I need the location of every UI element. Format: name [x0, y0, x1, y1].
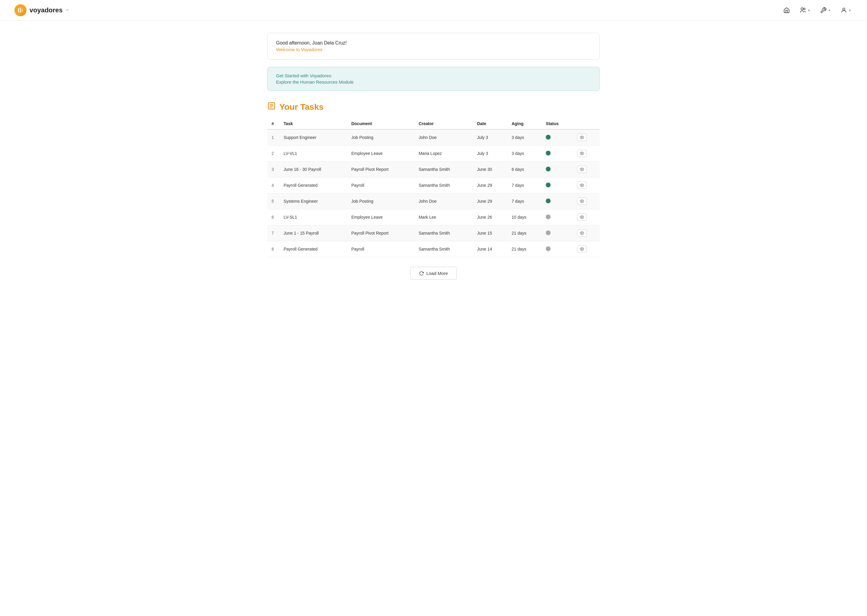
col-header-status: Status: [542, 118, 573, 129]
cell-action: [573, 178, 600, 193]
svg-point-15: [582, 217, 583, 218]
cell-task: Systems Engineer: [279, 193, 347, 209]
greeting-card: Good afternoon, Juan Dela Cruz! Welcome …: [267, 33, 600, 60]
view-button[interactable]: [577, 134, 587, 141]
cell-task: Payroll Generated: [279, 241, 347, 257]
table-row: 5Systems EngineerJob PostingJohn DoeJune…: [267, 193, 600, 209]
cell-creator: Mark Lee: [415, 209, 473, 225]
home-nav-button[interactable]: [782, 6, 791, 15]
view-button[interactable]: [577, 166, 587, 173]
cell-task: Support Engineer: [279, 129, 347, 146]
table-row: 2LV-VL1Employee LeaveMaria LopezJuly 33 …: [267, 146, 600, 162]
cell-creator: Samantha Smith: [415, 162, 473, 178]
cell-action: [573, 146, 600, 162]
section-title-row: Your Tasks: [267, 102, 600, 112]
cell-action: [573, 241, 600, 257]
cell-date: June 30: [473, 162, 508, 178]
greeting-sub: Welcome to Voyadores: [276, 47, 591, 52]
view-button[interactable]: [577, 198, 587, 205]
cell-status: [542, 225, 573, 241]
cell-task: LV-VL1: [279, 146, 347, 162]
status-dot: [546, 246, 550, 251]
col-header-task: Task: [279, 118, 347, 129]
view-button[interactable]: [577, 182, 587, 189]
cell-aging: 7 days: [507, 178, 542, 193]
svg-point-16: [582, 233, 583, 234]
svg-point-10: [582, 137, 583, 138]
status-dot: [546, 230, 550, 235]
tasks-icon: [267, 102, 276, 112]
get-started-card: Get Started with Voyadores: Explore the …: [267, 67, 600, 91]
cell-date: June 15: [473, 225, 508, 241]
view-button[interactable]: [577, 245, 587, 253]
cell-creator: John Doe: [415, 193, 473, 209]
tools-caret-icon: ▼: [828, 9, 831, 12]
cell-task: Payroll Generated: [279, 178, 347, 193]
cell-date: June 26: [473, 209, 508, 225]
tasks-table: # Task Document Creator Date Aging Statu…: [267, 118, 600, 257]
cell-num: 2: [267, 146, 279, 162]
table-row: 4Payroll GeneratedPayrollSamantha SmithJ…: [267, 178, 600, 193]
cell-action: [573, 225, 600, 241]
cell-document: Payroll Pivot Report: [347, 225, 415, 241]
svg-rect-2: [22, 9, 22, 12]
cell-creator: John Doe: [415, 129, 473, 146]
col-header-aging: Aging: [507, 118, 542, 129]
brand-tm: ™: [66, 9, 69, 12]
cell-creator: Samantha Smith: [415, 225, 473, 241]
cell-date: June 14: [473, 241, 508, 257]
status-dot: [546, 135, 550, 140]
svg-point-14: [582, 201, 583, 202]
load-more-row: Load More: [267, 267, 600, 280]
col-header-date: Date: [473, 118, 508, 129]
view-button[interactable]: [577, 150, 587, 157]
brand-logo-link[interactable]: voyadores™: [14, 4, 69, 16]
navbar-icons: ▼ ▼ ▼: [782, 6, 853, 15]
svg-point-11: [582, 153, 583, 154]
cell-document: Employee Leave: [347, 146, 415, 162]
cell-aging: 3 days: [507, 129, 542, 146]
get-started-title: Get Started with Voyadores:: [276, 73, 591, 78]
cell-aging: 7 days: [507, 193, 542, 209]
status-dot: [546, 167, 550, 171]
col-header-action: [573, 118, 600, 129]
cell-creator: Samantha Smith: [415, 241, 473, 257]
tools-nav-button[interactable]: ▼: [819, 6, 832, 15]
cell-date: July 3: [473, 129, 508, 146]
cell-document: Employee Leave: [347, 209, 415, 225]
cell-status: [542, 241, 573, 257]
cell-task: June 1 - 15 Payroll: [279, 225, 347, 241]
cell-num: 6: [267, 209, 279, 225]
col-header-document: Document: [347, 118, 415, 129]
users-caret-icon: ▼: [807, 9, 810, 12]
svg-point-4: [804, 8, 805, 10]
profile-nav-button[interactable]: ▼: [839, 6, 853, 15]
section-title: Your Tasks: [279, 102, 324, 112]
load-more-icon: [419, 271, 424, 276]
view-button[interactable]: [577, 229, 587, 237]
view-button[interactable]: [577, 214, 587, 221]
brand-name: voyadores: [30, 6, 63, 14]
load-more-button[interactable]: Load More: [410, 267, 457, 280]
svg-point-17: [582, 248, 583, 250]
cell-action: [573, 193, 600, 209]
cell-status: [542, 162, 573, 178]
cell-num: 1: [267, 129, 279, 146]
users-nav-button[interactable]: ▼: [798, 6, 812, 15]
svg-point-13: [582, 185, 583, 186]
status-dot: [546, 198, 550, 203]
tasks-tbody: 1Support EngineerJob PostingJohn DoeJuly…: [267, 129, 600, 257]
cell-num: 4: [267, 178, 279, 193]
cell-action: [573, 129, 600, 146]
cell-document: Job Posting: [347, 129, 415, 146]
status-dot: [546, 182, 550, 187]
cell-document: Payroll: [347, 241, 415, 257]
svg-rect-1: [20, 8, 21, 13]
cell-creator: Maria Lopez: [415, 146, 473, 162]
cell-task: June 16 - 30 Payroll: [279, 162, 347, 178]
get-started-link[interactable]: Explore the Human Resources Module: [276, 79, 354, 85]
cell-action: [573, 209, 600, 225]
table-row: 8Payroll GeneratedPayrollSamantha SmithJ…: [267, 241, 600, 257]
cell-status: [542, 193, 573, 209]
cell-task: LV-SL1: [279, 209, 347, 225]
